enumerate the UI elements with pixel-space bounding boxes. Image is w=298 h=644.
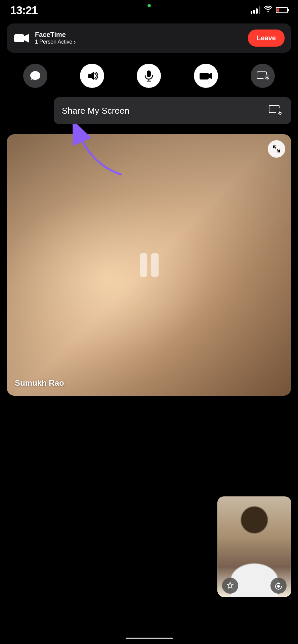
- pause-indicator: [140, 253, 159, 277]
- facetime-app-icon: [13, 30, 30, 46]
- share-screen-tooltip-icon: [268, 104, 283, 117]
- signal-bars-icon: [251, 6, 260, 14]
- svg-point-20: [277, 585, 280, 588]
- main-video-view: Sumukh Rao: [7, 134, 291, 396]
- svg-marker-2: [88, 72, 94, 80]
- svg-marker-7: [209, 72, 212, 79]
- svg-rect-0: [14, 34, 24, 42]
- person-head: [241, 506, 268, 533]
- leave-button[interactable]: Leave: [248, 30, 285, 47]
- status-bar: 13:21: [0, 0, 298, 20]
- svg-rect-6: [200, 73, 209, 79]
- facetime-info-left: FaceTime 1 Person Active ›: [13, 30, 76, 46]
- facetime-active-count: 1 Person Active ›: [35, 39, 76, 46]
- status-time: 13:21: [10, 4, 38, 17]
- self-view-container: [217, 496, 291, 597]
- home-indicator: [126, 638, 173, 639]
- microphone-button[interactable]: [137, 64, 161, 88]
- status-icons: [251, 5, 288, 15]
- svg-rect-3: [147, 70, 151, 77]
- chat-button[interactable]: [23, 64, 47, 88]
- facetime-app-name: FaceTime: [35, 31, 76, 39]
- wifi-icon: [264, 5, 272, 15]
- expand-video-button[interactable]: [268, 140, 285, 158]
- battery-icon: [276, 7, 288, 13]
- facetime-notification-bar: FaceTime 1 Person Active › Leave: [7, 23, 291, 53]
- effects-button[interactable]: [222, 578, 238, 594]
- svg-marker-19: [279, 582, 281, 584]
- controls-row: [7, 64, 291, 88]
- share-my-screen-tooltip[interactable]: Share My Screen: [54, 97, 291, 124]
- camera-button[interactable]: [194, 64, 218, 88]
- speaker-button[interactable]: [80, 64, 104, 88]
- self-view-controls: [217, 574, 291, 597]
- share-screen-button[interactable]: [251, 64, 275, 88]
- svg-marker-1: [24, 34, 29, 43]
- flip-camera-button[interactable]: [270, 578, 287, 594]
- facetime-text-info: FaceTime 1 Person Active ›: [35, 31, 76, 46]
- participant-name: Sumukh Rao: [15, 378, 64, 388]
- share-my-screen-label: Share My Screen: [62, 106, 129, 116]
- battery-fill: [277, 8, 279, 12]
